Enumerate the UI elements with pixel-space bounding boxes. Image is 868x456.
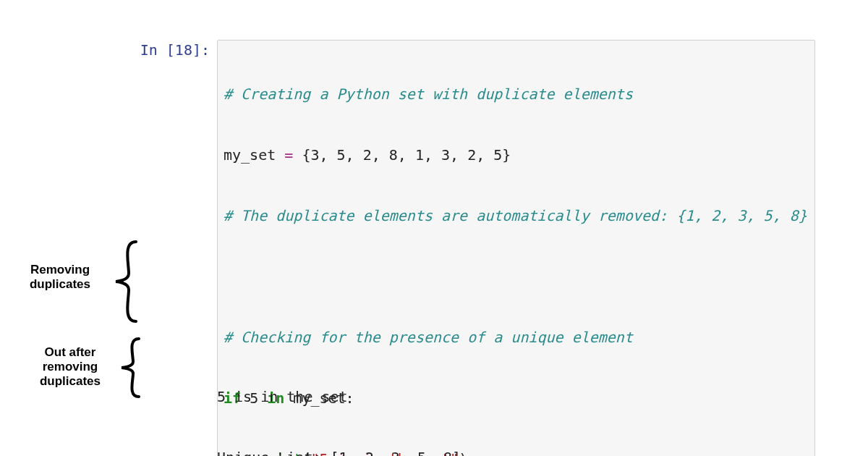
output-line-1: 5 is in the set: [217, 387, 461, 407]
output-area: 5 is in the set Unique List: [1, 2, 3, 5…: [217, 346, 461, 456]
code-line-4: [224, 266, 807, 287]
code-line-1: # Creating a Python set with duplicate e…: [224, 84, 807, 104]
page: In [18]: # Creating a Python set with du…: [0, 0, 868, 456]
code-line-3: # The duplicate elements are automatical…: [224, 206, 807, 226]
output-line-2: Unique List: [1, 2, 3, 5, 8]: [217, 447, 461, 456]
annotation-output: Out after removing duplicates: [30, 345, 110, 389]
prompt-label: In [18]:: [137, 40, 217, 60]
annotation-removing-duplicates: Removing duplicates: [20, 263, 100, 292]
code-line-5: # Checking for the presence of a unique …: [224, 327, 807, 347]
code-line-2: my_set = {3, 5, 2, 8, 1, 3, 2, 5}: [224, 145, 807, 165]
brace-icon: [107, 237, 140, 326]
